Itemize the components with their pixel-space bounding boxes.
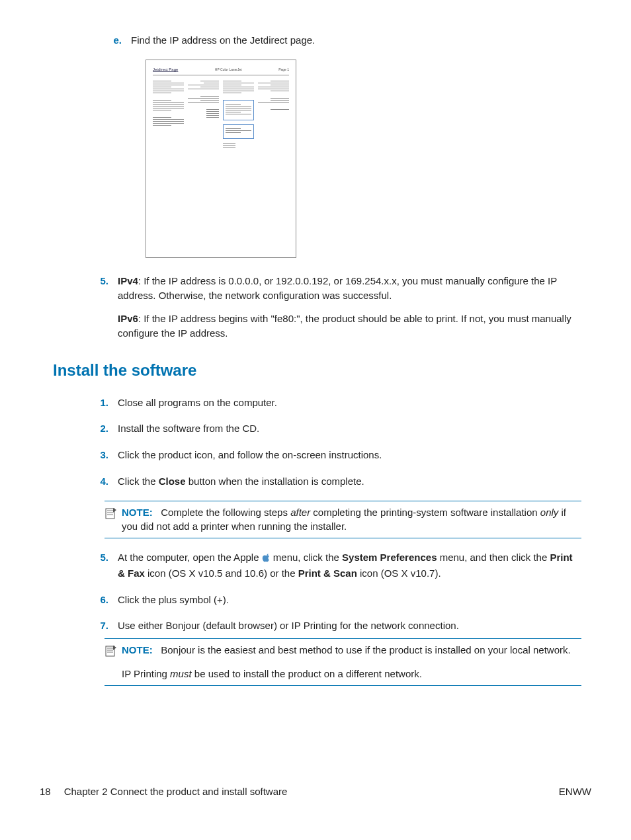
- note-text: NOTE: Bonjour is the easiest and best me…: [122, 643, 581, 681]
- step-marker: 5.: [95, 274, 118, 341]
- page-content: e. Find the IP address on the Jetdirect …: [40, 33, 591, 686]
- jetdirect-page-figure: Jetdirect Page HP Color LaserJet Page 1: [146, 60, 296, 258]
- page-footer: 18 Chapter 2 Connect the product and ins…: [40, 784, 591, 799]
- install-step-5: 5. At the computer, open the Apple menu,…: [95, 550, 581, 581]
- jetdirect-model: HP Color LaserJet: [215, 67, 242, 72]
- step-5: 5. IPv4: If the IP address is 0.0.0.0, o…: [95, 274, 581, 341]
- step-marker: 4.: [95, 474, 118, 489]
- step-text: At the computer, open the Apple menu, cl…: [118, 550, 581, 581]
- note-icon: [105, 644, 120, 681]
- install-step-6: 6. Click the plus symbol (+).: [95, 593, 581, 607]
- ipv6-label: IPv6: [118, 313, 138, 324]
- note-icon: [105, 507, 120, 534]
- section-heading-install: Install the software: [53, 359, 581, 382]
- substep-text: Find the IP address on the Jetdirect pag…: [131, 33, 581, 48]
- install-step-7: 7. Use either Bonjour (default browser) …: [95, 618, 581, 633]
- ipv4-text: : If the IP address is 0.0.0.0, or 192.0…: [118, 275, 557, 301]
- install-step-4: 4. Click the Close button when the insta…: [95, 474, 581, 489]
- note-box-2: NOTE: Bonjour is the easiest and best me…: [105, 638, 581, 686]
- step-marker: 7.: [95, 618, 118, 633]
- ipv6-text: : If the IP address begins with "fe80:",…: [118, 313, 571, 339]
- note-text: NOTE: Complete the following steps after…: [122, 505, 581, 534]
- substep-e: e. Find the IP address on the Jetdirect …: [53, 33, 581, 48]
- step-text: Click the Close button when the installa…: [118, 474, 581, 489]
- step-marker: 5.: [95, 550, 118, 581]
- apple-icon: [262, 552, 271, 566]
- step-marker: 2.: [95, 421, 118, 436]
- footer-lang: ENWW: [559, 784, 591, 799]
- install-step-2: 2. Install the software from the CD.: [95, 421, 581, 436]
- step-text: Install the software from the CD.: [118, 421, 581, 436]
- ipv4-label: IPv4: [118, 275, 138, 286]
- step-text: Click the plus symbol (+).: [118, 593, 581, 607]
- footer-chapter: Chapter 2 Connect the product and instal…: [64, 784, 288, 799]
- step-text: Use either Bonjour (default browser) or …: [118, 618, 581, 633]
- step-marker: 6.: [95, 593, 118, 607]
- step-text: Click the product icon, and follow the o…: [118, 448, 581, 462]
- step-marker: 1.: [95, 396, 118, 410]
- footer-page-number: 18: [40, 784, 51, 799]
- jetdirect-title: Jetdirect Page: [153, 67, 178, 73]
- note-box-1: NOTE: Complete the following steps after…: [105, 501, 581, 539]
- jetdirect-pagenum: Page 1: [278, 67, 289, 72]
- install-step-3: 3. Click the product icon, and follow th…: [95, 448, 581, 462]
- install-step-1: 1. Close all programs on the computer.: [95, 396, 581, 410]
- step-body: IPv4: If the IP address is 0.0.0.0, or 1…: [118, 274, 581, 341]
- step-text: Close all programs on the computer.: [118, 396, 581, 410]
- step-marker: 3.: [95, 448, 118, 462]
- substep-marker: e.: [53, 33, 131, 48]
